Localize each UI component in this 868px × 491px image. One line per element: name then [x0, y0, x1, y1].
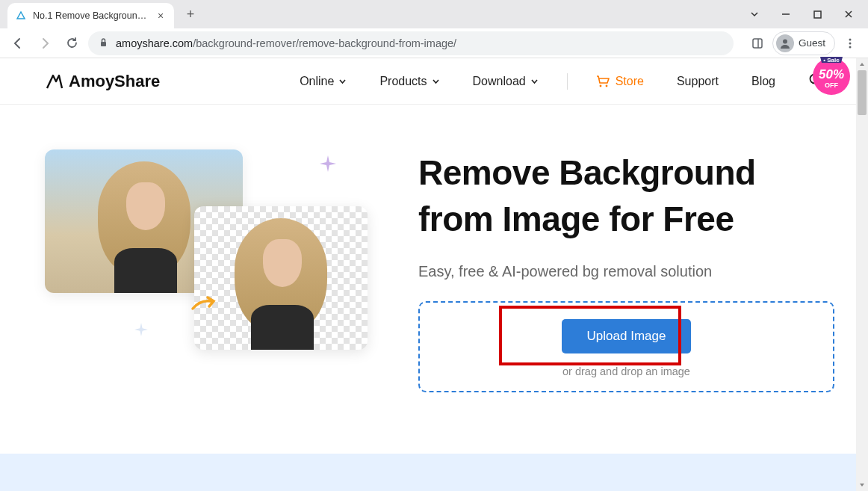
- hero-section: Remove Background from Image for Free Ea…: [0, 105, 868, 422]
- profile-button[interactable]: Guest: [772, 31, 835, 55]
- tab-bar: No.1 Remove Background from × +: [0, 0, 868, 28]
- upload-image-button[interactable]: Upload Image: [562, 319, 692, 353]
- cart-icon: [596, 75, 610, 87]
- upload-hint: or drag and drop an image: [435, 365, 818, 377]
- back-button[interactable]: [7, 33, 28, 54]
- forward-button[interactable]: [34, 33, 55, 54]
- nav-products[interactable]: Products: [379, 75, 439, 88]
- favicon-icon: [15, 10, 27, 22]
- scrollbar[interactable]: [856, 58, 868, 491]
- chevron-down-icon: [338, 77, 347, 85]
- hero-content: Remove Background from Image for Free Ea…: [418, 149, 834, 392]
- sale-label: • Sale: [823, 57, 840, 64]
- sparkle-icon: [320, 155, 336, 172]
- browser-toolbar: amoyshare.com/background-remover/remove-…: [0, 28, 868, 58]
- svg-point-6: [849, 38, 852, 40]
- url-host: amoyshare.com: [116, 37, 193, 49]
- url-text: amoyshare.com/background-remover/remove-…: [116, 37, 456, 49]
- hero-illustration: [45, 149, 373, 374]
- nav-separator: [567, 73, 568, 90]
- arrow-icon: [190, 295, 220, 313]
- window-controls: [745, 5, 868, 23]
- address-bar[interactable]: amoyshare.com/background-remover/remove-…: [88, 31, 734, 55]
- chevron-down-icon: [432, 77, 440, 85]
- scroll-up-icon[interactable]: [856, 58, 868, 70]
- logo[interactable]: AmoyShare: [45, 72, 160, 91]
- browser-chrome: No.1 Remove Background from × + amoyshar…: [0, 0, 868, 58]
- svg-point-10: [605, 84, 607, 87]
- close-window-icon[interactable]: [840, 5, 858, 23]
- upload-dropzone[interactable]: Upload Image or drag and drop an image: [418, 301, 834, 392]
- tab-title: No.1 Remove Background from: [33, 10, 149, 21]
- result-image: [194, 206, 368, 350]
- logo-icon: [45, 73, 64, 90]
- logo-text: AmoyShare: [69, 72, 160, 91]
- close-tab-icon[interactable]: ×: [155, 10, 167, 22]
- nav-download[interactable]: Download: [473, 75, 539, 88]
- toolbar-right: Guest: [747, 31, 861, 55]
- svg-point-7: [849, 42, 852, 44]
- nav-online[interactable]: Online: [300, 75, 347, 88]
- sale-percent: 50%: [819, 67, 844, 81]
- site-header: AmoyShare Online Products Download Store…: [0, 58, 868, 105]
- browser-tab[interactable]: No.1 Remove Background from ×: [7, 3, 174, 28]
- panel-icon[interactable]: [747, 33, 768, 54]
- chevron-down-icon: [530, 77, 539, 85]
- page-subtitle: Easy, free & AI-powered bg removal solut…: [418, 263, 834, 280]
- scrollbar-thumb[interactable]: [858, 70, 867, 115]
- chevron-down-icon[interactable]: [745, 5, 763, 23]
- page-content: AmoyShare Online Products Download Store…: [0, 58, 868, 491]
- page-title: Remove Background from Image for Free: [418, 149, 834, 242]
- svg-rect-3: [753, 39, 762, 48]
- sale-badge[interactable]: • Sale 50% OFF: [810, 52, 853, 99]
- minimize-icon[interactable]: [777, 5, 795, 23]
- scroll-down-icon[interactable]: [856, 479, 868, 491]
- svg-rect-1: [814, 11, 821, 18]
- profile-label: Guest: [799, 37, 825, 49]
- svg-point-8: [849, 46, 852, 48]
- sparkle-icon: [134, 323, 148, 336]
- url-path: /background-remover/remove-background-fr…: [193, 37, 456, 49]
- nav-blog[interactable]: Blog: [751, 75, 775, 88]
- sale-off: OFF: [825, 81, 838, 89]
- avatar-icon: [776, 34, 794, 52]
- nav-support[interactable]: Support: [677, 75, 719, 88]
- svg-point-5: [783, 39, 787, 43]
- menu-icon[interactable]: [840, 33, 861, 54]
- new-tab-button[interactable]: +: [180, 4, 201, 25]
- maximize-icon[interactable]: [808, 5, 826, 23]
- main-nav: Online Products Download Store Support B…: [300, 72, 823, 90]
- reload-button[interactable]: [61, 33, 82, 54]
- svg-point-9: [599, 84, 601, 87]
- lock-icon: [99, 37, 108, 50]
- nav-store[interactable]: Store: [596, 75, 644, 88]
- svg-rect-2: [101, 42, 106, 46]
- footer-band: [0, 454, 856, 491]
